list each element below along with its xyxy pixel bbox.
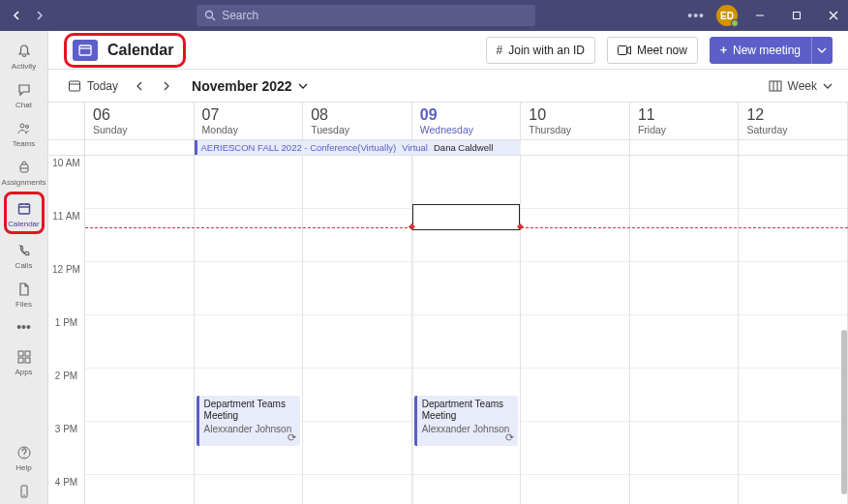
allday-event[interactable]: AERIESCON FALL 2022 - Conference(Virtual… xyxy=(195,140,522,155)
rail-item-chat[interactable]: Chat xyxy=(0,75,48,112)
join-with-id-button[interactable]: # Join with an ID xyxy=(486,37,595,64)
hour-cell[interactable] xyxy=(303,156,411,209)
day-header[interactable]: 11Friday xyxy=(630,103,740,139)
rail-item-assignments[interactable]: Assignments xyxy=(0,153,48,190)
hour-cell[interactable] xyxy=(412,315,521,369)
history-back-button[interactable] xyxy=(8,7,25,24)
hour-cell[interactable] xyxy=(195,315,303,369)
hour-cell[interactable] xyxy=(739,262,847,315)
rail-item-apps[interactable]: Apps xyxy=(0,342,48,379)
hour-cell[interactable] xyxy=(630,369,739,422)
hour-cell[interactable] xyxy=(303,262,411,315)
rail-item-files[interactable]: Files xyxy=(0,275,48,311)
day-column[interactable] xyxy=(303,156,412,504)
day-column[interactable] xyxy=(630,156,740,504)
chevron-down-icon xyxy=(817,47,827,53)
scrollbar-thumb[interactable] xyxy=(841,330,847,494)
hour-cell[interactable] xyxy=(739,475,847,504)
hour-cell[interactable] xyxy=(630,262,739,315)
hour-cell[interactable] xyxy=(521,262,629,315)
day-column[interactable] xyxy=(521,156,630,504)
day-header[interactable]: 09Wednesday xyxy=(412,103,522,139)
more-options-button[interactable]: ••• xyxy=(683,8,709,23)
prev-week-button[interactable] xyxy=(132,77,147,95)
next-week-button[interactable] xyxy=(159,77,174,95)
hour-cell[interactable] xyxy=(195,262,303,315)
page-header: Calendar # Join with an ID Meet now + Ne… xyxy=(48,31,848,70)
hour-cell[interactable] xyxy=(739,422,847,475)
hour-cell[interactable] xyxy=(85,209,194,262)
hour-cell[interactable] xyxy=(195,475,303,504)
hour-cell[interactable] xyxy=(303,209,411,262)
hour-cell[interactable] xyxy=(630,475,739,504)
new-meeting-button[interactable]: + New meeting xyxy=(710,37,811,64)
hour-cell[interactable] xyxy=(85,369,194,422)
hour-cell[interactable] xyxy=(303,315,411,369)
calendar-event[interactable]: Department Teams MeetingAlexxander Johns… xyxy=(414,396,519,446)
hour-cell[interactable] xyxy=(521,315,629,369)
day-header[interactable]: 10Thursday xyxy=(521,103,630,139)
hour-cell[interactable] xyxy=(521,475,629,504)
hour-cell[interactable] xyxy=(521,209,629,262)
minimize-button[interactable] xyxy=(745,0,774,31)
avatar[interactable]: ED xyxy=(716,5,738,26)
hour-cell[interactable] xyxy=(630,209,739,262)
day-header[interactable]: 12Saturday xyxy=(739,103,848,139)
hour-cell[interactable] xyxy=(521,422,629,475)
day-column[interactable]: Department Teams MeetingAlexxander Johns… xyxy=(195,156,304,504)
hour-cell[interactable] xyxy=(739,209,847,262)
view-picker-button[interactable]: Week xyxy=(769,79,833,93)
rail-item-help[interactable]: Help xyxy=(0,438,48,475)
hour-cell[interactable] xyxy=(630,315,739,369)
rail-item-calendar[interactable]: Calendar xyxy=(4,192,45,234)
day-column[interactable]: Department Teams MeetingAlexxander Johns… xyxy=(412,156,522,504)
day-header[interactable]: 06Sunday xyxy=(85,103,195,139)
history-forward-button[interactable] xyxy=(31,7,48,24)
day-column[interactable] xyxy=(85,156,195,504)
search-input[interactable]: Search xyxy=(197,5,535,26)
hour-cell[interactable] xyxy=(521,369,629,422)
maximize-button[interactable] xyxy=(782,0,811,31)
close-button[interactable] xyxy=(819,0,848,31)
hour-cell[interactable] xyxy=(739,315,847,369)
hour-cell[interactable] xyxy=(85,422,194,475)
hour-label: 3 PM xyxy=(48,422,84,475)
chevron-down-icon xyxy=(298,83,308,89)
hour-cell[interactable] xyxy=(195,156,303,209)
hour-cell[interactable] xyxy=(303,422,411,475)
hour-cell[interactable] xyxy=(85,262,194,315)
hour-cell[interactable] xyxy=(412,156,521,209)
day-header[interactable]: 07Monday xyxy=(195,103,304,139)
hour-cell[interactable] xyxy=(412,262,521,315)
meet-now-button[interactable]: Meet now xyxy=(607,37,698,64)
day-header[interactable]: 08Tuesday xyxy=(303,103,412,139)
calendar-event[interactable]: Department Teams MeetingAlexxander Johns… xyxy=(197,396,301,446)
hour-cell[interactable] xyxy=(303,369,411,422)
today-button[interactable]: Today xyxy=(64,75,122,97)
month-picker-button[interactable]: November 2022 xyxy=(192,78,308,94)
hour-cell[interactable] xyxy=(85,475,194,504)
current-time-slot[interactable] xyxy=(412,204,521,230)
svg-point-6 xyxy=(20,124,24,128)
rail-item-teams[interactable]: Teams xyxy=(0,114,48,151)
hour-cell[interactable] xyxy=(412,475,521,504)
hour-cell[interactable] xyxy=(85,315,194,369)
rail-item-activity[interactable]: Activity xyxy=(0,37,48,74)
hour-cell[interactable] xyxy=(195,209,303,262)
hour-cell[interactable] xyxy=(630,422,739,475)
rail-item-device[interactable] xyxy=(0,477,48,504)
search-placeholder: Search xyxy=(222,9,258,22)
help-icon xyxy=(15,443,34,462)
hour-cell[interactable] xyxy=(739,369,847,422)
hour-cell[interactable] xyxy=(630,156,739,209)
new-meeting-chevron-button[interactable] xyxy=(811,37,833,64)
hour-cell[interactable] xyxy=(85,156,194,209)
day-number: 07 xyxy=(202,106,295,124)
hour-cell[interactable] xyxy=(739,156,847,209)
hour-cell[interactable] xyxy=(521,156,629,209)
rail-item-calls[interactable]: Calls xyxy=(0,236,48,273)
hour-cell[interactable] xyxy=(303,475,411,504)
rail-more-button[interactable]: ••• xyxy=(16,313,31,341)
day-column[interactable] xyxy=(739,156,848,504)
svg-rect-16 xyxy=(25,358,30,363)
